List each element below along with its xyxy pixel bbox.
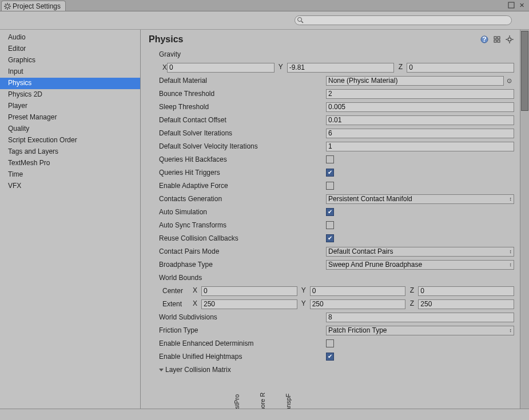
help-icon[interactable]: ? [480,35,489,44]
svg-line-8 [5,8,6,9]
sidebar-item-vfx[interactable]: VFX [0,181,140,192]
sidebar-item-editor[interactable]: Editor [0,43,140,55]
search-input[interactable] [295,15,512,25]
z-label: Z [408,286,416,296]
default-contact-offset-input[interactable] [326,115,514,125]
tab-label: Project Settings [13,2,61,10]
broadphase-type-dropdown[interactable]: Sweep And Prune Broadphase [326,260,514,270]
vertical-scrollbar[interactable] [520,30,529,420]
auto-sync-transforms-label: Auto Sync Transforms [149,221,326,229]
center-label: Center [149,287,191,295]
x-label: X [149,63,167,71]
svg-rect-15 [498,37,500,39]
svg-point-10 [298,18,302,22]
auto-simulation-checkbox[interactable] [326,208,334,216]
statusbar [0,409,529,420]
svg-rect-17 [498,40,500,42]
scrollbar-thumb[interactable] [521,31,528,111]
extent-x-input[interactable] [201,299,297,309]
center-x-input[interactable] [201,286,297,296]
panel-title: Physics [149,34,183,45]
sidebar-item-tags-and-layers[interactable]: Tags and Layers [0,146,140,158]
svg-rect-0 [508,2,514,8]
svg-point-1 [6,5,9,8]
sidebar-item-player[interactable]: Player [0,101,140,112]
bounce-threshold-input[interactable] [326,89,514,99]
extent-label: Extent [149,300,191,308]
sidebar-item-graphics[interactable]: Graphics [0,55,140,66]
broadphase-type-label: Broadphase Type [149,261,326,269]
svg-point-18 [508,38,511,41]
settings-icon[interactable] [505,35,514,44]
world-subdivisions-label: World Subdivisions [149,313,326,321]
layer-collision-matrix-foldout[interactable]: Layer Collision Matrix [149,363,514,376]
sleep-threshold-label: Sleep Threshold [149,103,326,111]
preset-icon[interactable] [492,35,502,44]
enable-unified-heightmaps-checkbox[interactable] [326,353,334,361]
default-material-field[interactable]: None (Physic Material) [326,76,504,86]
sidebar-item-physics-2d[interactable]: Physics 2D [0,89,140,101]
tab-project-settings[interactable]: Project Settings [1,1,66,11]
auto-sync-transforms-checkbox[interactable] [326,221,334,229]
friction-type-dropdown[interactable]: Patch Friction Type [326,326,514,335]
sleep-threshold-input[interactable] [326,102,514,112]
close-icon[interactable]: ✕ [518,1,526,9]
x-label: X [191,299,199,309]
friction-type-label: Friction Type [149,326,326,334]
sidebar-item-preset-manager[interactable]: Preset Manager [0,112,140,123]
queries-hit-triggers-label: Queries Hit Triggers [149,169,326,177]
y-label: Y [277,63,285,73]
center-z-input[interactable] [418,286,514,296]
reuse-collision-callbacks-label: Reuse Collision Callbacks [149,234,326,242]
queries-hit-backfaces-checkbox[interactable] [326,155,334,163]
svg-rect-14 [494,37,496,39]
sidebar-item-physics[interactable]: Physics [0,78,140,89]
layer-collision-matrix-label: Layer Collision Matrix [165,366,231,374]
sidebar-item-input[interactable]: Input [0,66,140,78]
gravity-label: Gravity [149,50,326,58]
contact-pairs-mode-dropdown[interactable]: Default Contact Pairs [326,247,514,257]
queries-hit-triggers-checkbox[interactable] [326,169,334,177]
default-solver-velocity-input[interactable] [326,142,514,151]
enable-adaptive-force-checkbox[interactable] [326,182,334,190]
svg-line-7 [9,8,10,9]
enable-enhanced-determinism-label: Enable Enhanced Determinism [149,339,326,347]
sidebar-item-quality[interactable]: Quality [0,123,140,135]
bounce-threshold-label: Bounce Threshold [149,90,326,98]
svg-line-6 [5,4,6,5]
extent-z-input[interactable] [418,299,514,309]
default-contact-offset-label: Default Contact Offset [149,116,326,124]
sidebar-item-textmesh-pro[interactable]: TextMesh Pro [0,158,140,169]
world-bounds-label: World Bounds [149,274,326,282]
auto-simulation-label: Auto Simulation [149,208,326,216]
gravity-z-input[interactable] [407,63,514,73]
dock-icon[interactable] [507,1,515,9]
svg-line-9 [9,4,10,5]
y-label: Y [300,299,308,309]
contacts-generation-label: Contacts Generation [149,195,326,203]
z-label: Z [396,63,404,73]
sidebar-item-time[interactable]: Time [0,169,140,181]
object-picker-icon[interactable]: ⊙ [504,77,514,85]
contacts-generation-dropdown[interactable]: Persistent Contact Manifold [326,194,514,204]
extent-y-input[interactable] [310,299,406,309]
world-subdivisions-input[interactable] [326,313,514,322]
sidebar-item-audio[interactable]: Audio [0,32,140,43]
y-label: Y [300,286,308,296]
gear-icon [4,3,11,10]
enable-enhanced-determinism-checkbox[interactable] [326,339,334,347]
svg-rect-16 [494,40,496,42]
sidebar-item-script-execution-order[interactable]: Script Execution Order [0,135,140,146]
gravity-y-input[interactable] [287,63,395,73]
gravity-x-input[interactable] [167,63,275,73]
reuse-collision-callbacks-checkbox[interactable] [326,234,334,242]
enable-adaptive-force-label: Enable Adaptive Force [149,182,326,190]
queries-hit-backfaces-label: Queries Hit Backfaces [149,155,326,163]
foldout-triangle-icon [159,369,164,371]
svg-line-11 [301,21,303,23]
search-icon [297,17,304,24]
center-y-input[interactable] [310,286,406,296]
contact-pairs-mode-label: Contact Pairs Mode [149,247,326,255]
default-solver-iterations-input[interactable] [326,129,514,138]
x-label: X [191,286,199,296]
